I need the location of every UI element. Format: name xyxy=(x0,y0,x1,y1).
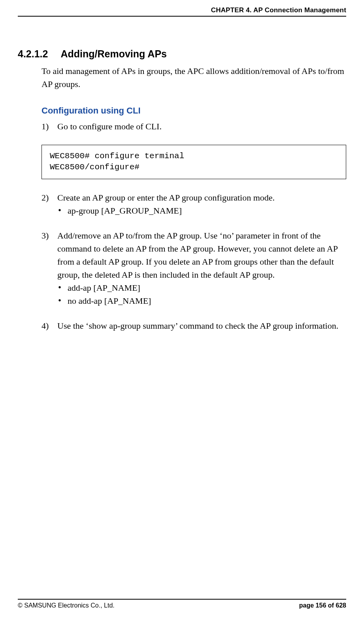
bullet-text: ap-group [AP_GROUP_NAME] xyxy=(68,204,182,217)
section-number: 4.2.1.2 xyxy=(18,48,48,60)
page-header: CHAPTER 4. AP Connection Management xyxy=(18,0,346,17)
step-text: Use the ‘show ap-group summary’ command … xyxy=(57,319,346,332)
bullet-item: • no add-ap [AP_NAME] xyxy=(57,294,346,307)
bullet-icon: • xyxy=(57,294,68,307)
bullet-icon: • xyxy=(57,281,68,294)
step-number: 3) xyxy=(41,229,57,281)
step-number: 4) xyxy=(41,319,57,332)
step-2: 2) Create an AP group or enter the AP gr… xyxy=(41,191,346,217)
subsection-heading: Configuration using CLI xyxy=(41,106,346,116)
step-4: 4) Use the ‘show ap-group summary’ comma… xyxy=(41,319,346,332)
step-number: 2) xyxy=(41,191,57,204)
section-title: Adding/Removing APs xyxy=(60,48,167,59)
code-block: WEC8500# configure terminal WEC8500/conf… xyxy=(41,145,346,179)
step-text: Create an AP group or enter the AP group… xyxy=(57,191,346,204)
step-text: Add/remove an AP to/from the AP group. U… xyxy=(57,229,346,281)
step-number: 1) xyxy=(41,120,57,133)
step-text: Go to configure mode of CLI. xyxy=(57,120,346,133)
step-1: 1) Go to configure mode of CLI. xyxy=(41,120,346,133)
bullet-item: • ap-group [AP_GROUP_NAME] xyxy=(57,204,346,217)
bullet-icon: • xyxy=(57,204,68,217)
section-heading: 4.2.1.2Adding/Removing APs xyxy=(18,48,346,60)
page-content: 4.2.1.2Adding/Removing APs To aid manage… xyxy=(18,48,346,599)
step-3: 3) Add/remove an AP to/from the AP group… xyxy=(41,229,346,307)
bullet-item: • add-ap [AP_NAME] xyxy=(57,281,346,294)
bullet-text: add-ap [AP_NAME] xyxy=(68,281,140,294)
copyright-text: © SAMSUNG Electronics Co., Ltd. xyxy=(18,602,115,609)
section-intro: To aid management of APs in groups, the … xyxy=(41,64,346,91)
page-footer: © SAMSUNG Electronics Co., Ltd. page 156… xyxy=(18,599,346,619)
page-number: page 156 of 628 xyxy=(299,602,346,609)
chapter-label: CHAPTER 4. AP Connection Management xyxy=(211,6,346,14)
bullet-text: no add-ap [AP_NAME] xyxy=(68,294,151,307)
